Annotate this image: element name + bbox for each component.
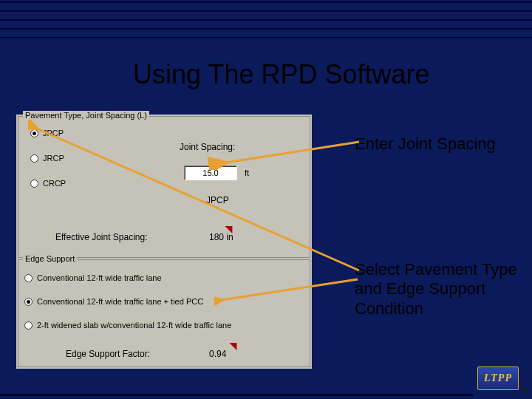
radio-label: CRCP [43,179,66,188]
footer-rule [0,394,473,396]
radio-jpcp[interactable]: JPCP [30,129,66,137]
marker-icon: ◥ [225,226,231,232]
radio-icon [24,321,33,330]
edge-support-group: Edge Support Conventional 12-ft wide tra… [18,259,310,367]
radio-icon [30,129,38,137]
radio-crcp[interactable]: CRCP [30,179,66,188]
selected-type-echo: JPCP [206,195,229,205]
pavement-type-group: Pavement Type, Joint Spacing (L) JPCP JR… [18,116,310,258]
joint-spacing-input[interactable]: 15.0 [184,166,237,180]
radio-label: JRCP [43,154,64,163]
rpd-form-panel: Pavement Type, Joint Spacing (L) JPCP JR… [16,115,312,369]
marker-icon: ◥ [230,343,236,349]
radio-label: JPCP [43,129,64,137]
radio-icon [24,298,33,306]
slide-title: Using The RPD Software [133,59,502,90]
radio-edge-conventional[interactable]: Conventional 12-ft wide traffic lane [24,273,162,282]
joint-spacing-unit: ft [245,168,249,177]
radio-icon [30,154,38,163]
joint-spacing-label: Joint Spacing: [180,142,235,152]
radio-edge-tied-pcc[interactable]: Conventional 12-ft wide traffic lane + t… [24,297,203,306]
radio-label: 2-ft widened slab w/conventional 12-ft w… [37,321,231,330]
edge-support-factor-label: Edge Support Factor: [66,349,150,359]
group-legend: Pavement Type, Joint Spacing (L) [23,111,149,120]
effective-spacing-label: Effective Joint Spacing: [55,232,148,242]
edge-support-factor-value: 0.94 [209,349,226,359]
radio-jrcp[interactable]: JRCP [30,154,66,163]
annotation-enter-joint-spacing: Enter Joint Spacing [355,134,496,154]
ltpp-logo: LTPP [477,366,519,390]
annotation-select-pavement: Select Pavement Type and Edge Support Co… [355,260,517,318]
radio-icon [24,274,33,282]
radio-edge-widened[interactable]: 2-ft widened slab w/conventional 12-ft w… [24,321,231,330]
radio-icon [30,180,38,188]
group-legend: Edge Support [23,254,77,263]
radio-label: Conventional 12-ft wide traffic lane + t… [37,297,203,306]
radio-label: Conventional 12-ft wide traffic lane [37,273,162,282]
